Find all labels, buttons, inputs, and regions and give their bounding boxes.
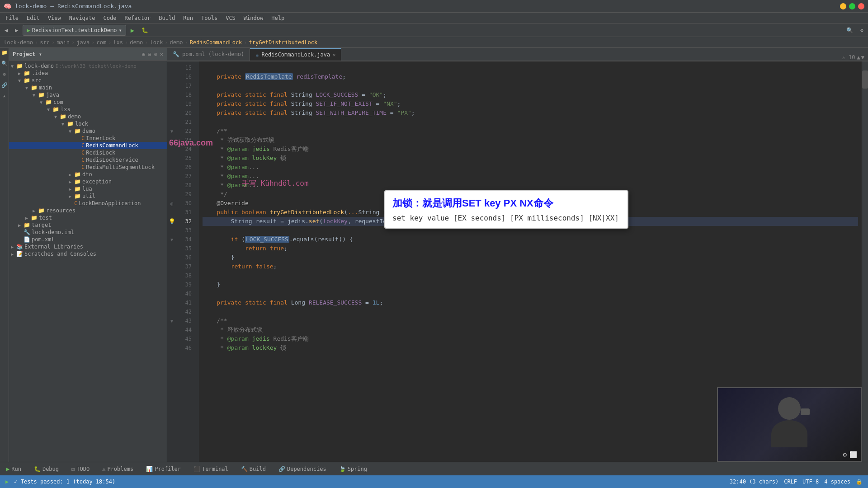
status-position[interactable]: 32:40 (3 chars) <box>730 479 778 485</box>
debug-button[interactable]: 🐛 <box>139 25 151 36</box>
search-everywhere-button[interactable]: 🔍 <box>844 25 856 36</box>
tree-item-java[interactable]: ▼ 📁 java <box>9 91 167 99</box>
menu-refactor[interactable]: Refactor <box>121 14 154 22</box>
menu-view[interactable]: View <box>44 14 65 22</box>
tree-item-target[interactable]: ▶ 📁 target <box>9 221 167 229</box>
left-icon-3[interactable]: ⚙ <box>1 71 8 79</box>
menu-window[interactable]: Window <box>240 14 267 22</box>
spring-toolbar-btn[interactable]: 🍃 Spring <box>336 465 370 473</box>
linenum-23: 23 <box>176 136 195 145</box>
breadcrumb-lxs[interactable]: lxs <box>113 39 123 46</box>
menu-file[interactable]: File <box>2 14 22 22</box>
breadcrumb-demo2[interactable]: demo <box>170 39 183 46</box>
fold-icon-22[interactable]: ▼ <box>170 129 173 134</box>
video-settings-icon[interactable]: ⚙ <box>843 451 847 458</box>
tree-item-resources[interactable]: ▶ 📁 resources <box>9 207 167 214</box>
settings-button[interactable]: ⚙ <box>858 25 866 36</box>
tree-item-idea[interactable]: ▶ 📁 .idea <box>9 70 167 77</box>
errors-nav-up[interactable]: ▲ <box>857 54 860 61</box>
panel-collapse-icon[interactable]: ⊟ <box>148 51 151 57</box>
tree-item-redislockservice[interactable]: C RedisLockService <box>9 156 167 164</box>
maximize-button[interactable] <box>849 3 855 9</box>
menu-vcs[interactable]: VCS <box>222 14 239 22</box>
tree-item-util[interactable]: ▶ 📁 util <box>9 192 167 200</box>
breadcrumb-class[interactable]: RedisCommandLock <box>190 39 242 46</box>
breadcrumb-lock[interactable]: lock <box>150 39 163 46</box>
tree-item-scratches[interactable]: ▶ 📝 Scratches and Consoles <box>9 250 167 258</box>
todo-toolbar-btn[interactable]: ☑ TODO <box>69 465 92 473</box>
terminal-toolbar-btn[interactable]: ⬛ Terminal <box>191 465 231 473</box>
tab-rediscommandlock[interactable]: ☕ RedisCommandLock.java ✕ <box>250 48 341 61</box>
minimize-button[interactable] <box>840 3 846 9</box>
tree-item-com[interactable]: ▼ 📁 com <box>9 99 167 106</box>
menu-code[interactable]: Code <box>100 14 120 22</box>
tree-item-redislock[interactable]: C RedisLock <box>9 149 167 156</box>
close-button[interactable] <box>858 3 864 9</box>
tree-item-multisegment[interactable]: C RedisMultiSegmentLock <box>9 164 167 171</box>
panel-close-icon[interactable]: ✕ <box>160 51 163 57</box>
status-charset[interactable]: UTF-8 <box>802 479 819 485</box>
left-icon-1[interactable]: 📁 <box>1 50 8 57</box>
tooltip-subtitle: set key value [EX seconds] [PX milliseco… <box>392 214 620 222</box>
left-icon-2[interactable]: 🔍 <box>1 61 8 68</box>
panel-settings-icon[interactable]: ⚙ <box>154 51 157 57</box>
forward-button[interactable]: ▶ <box>12 25 21 36</box>
menu-run[interactable]: Run <box>179 14 197 22</box>
build-toolbar-btn[interactable]: 🔨 Build <box>238 465 269 473</box>
tree-item-demo-inner[interactable]: ▼ 📁 demo <box>9 127 167 135</box>
right-scrollbar[interactable] <box>862 61 868 462</box>
linenum-41: 41 <box>176 298 195 307</box>
errors-nav-down[interactable]: ▼ <box>861 54 864 61</box>
tree-item-test[interactable]: ▶ 📁 test <box>9 214 167 221</box>
breadcrumb-main[interactable]: main <box>57 39 70 46</box>
tree-item-pom[interactable]: 📄 pom.xml <box>9 236 167 243</box>
breadcrumb-src[interactable]: src <box>40 39 50 46</box>
menu-navigate[interactable]: Navigate <box>66 14 99 22</box>
video-expand-icon[interactable]: ⬜ <box>849 451 857 458</box>
scrollbar-thumb[interactable] <box>862 70 868 89</box>
tree-item-src[interactable]: ▼ 📁 src <box>9 77 167 84</box>
tree-item-exception[interactable]: ▶ 📁 exception <box>9 178 167 185</box>
fold-icon-34[interactable]: ▼ <box>170 237 173 242</box>
breadcrumb-com[interactable]: com <box>96 39 106 46</box>
menu-help[interactable]: Help <box>268 14 288 22</box>
tree-item-external-libs[interactable]: ▶ 📚 External Libraries <box>9 243 167 250</box>
tree-item-dto[interactable]: ▶ 📁 dto <box>9 171 167 178</box>
dependencies-toolbar-btn[interactable]: 🔗 Dependencies <box>276 465 329 473</box>
tab-close-icon[interactable]: ✕ <box>333 52 335 57</box>
tab-pom[interactable]: 🔧 pom.xml (lock-demo) <box>167 48 250 61</box>
tree-item-demo-folder[interactable]: ▼ 📁 demo <box>9 113 167 120</box>
back-button[interactable]: ◀ <box>2 25 10 36</box>
status-indent[interactable]: 4 spaces <box>824 479 850 485</box>
fold-icon-30[interactable]: @ <box>170 201 173 206</box>
run-config-selector[interactable]: ▶ RedissionTest.testLockDemo ▾ <box>23 25 126 36</box>
breadcrumb-demo[interactable]: demo <box>130 39 143 46</box>
tree-item-lock[interactable]: ▼ 📁 lock <box>9 120 167 127</box>
left-icon-5[interactable]: ★ <box>1 93 8 100</box>
tree-item-main[interactable]: ▼ 📁 main <box>9 84 167 91</box>
left-icon-4[interactable]: 🔗 <box>1 82 8 89</box>
run-toolbar-btn[interactable]: ▶ Run <box>4 465 24 473</box>
problems-toolbar-btn[interactable]: ⚠ Problems <box>99 465 136 473</box>
menu-edit[interactable]: Edit <box>23 14 43 22</box>
menu-build[interactable]: Build <box>155 14 179 22</box>
bulb-icon[interactable]: 💡 <box>169 218 175 225</box>
debug-toolbar-btn[interactable]: 🐛 Debug <box>31 465 61 473</box>
breadcrumb-project[interactable]: lock-demo <box>4 39 33 46</box>
tree-item-root[interactable]: ▼ 📁 lock-demo D:\work\33_ticket\lock-dem… <box>9 62 167 70</box>
gutter-42 <box>167 307 176 316</box>
tree-item-lua[interactable]: ▶ 📁 lua <box>9 185 167 192</box>
profiler-toolbar-btn[interactable]: 📊 Profiler <box>143 465 184 473</box>
tree-item-innerlock[interactable]: C InnerLock <box>9 135 167 142</box>
fold-icon-43[interactable]: ▼ <box>170 319 173 324</box>
breadcrumb-method[interactable]: tryGetDistributedLock <box>249 39 318 46</box>
panel-expand-icon[interactable]: ⊞ <box>142 51 145 57</box>
tree-item-rediscommandlock[interactable]: C RedisCommandLock <box>9 142 167 149</box>
tree-item-lockdemo-app[interactable]: C LockDemoApplication <box>9 200 167 207</box>
menu-tools[interactable]: Tools <box>198 14 221 22</box>
tree-item-lxs[interactable]: ▼ 📁 lxs <box>9 106 167 113</box>
run-button[interactable]: ▶ <box>128 25 137 36</box>
tree-item-iml[interactable]: 🔧 lock-demo.iml <box>9 229 167 236</box>
status-crlf[interactable]: CRLF <box>784 479 797 485</box>
breadcrumb-java[interactable]: java <box>76 39 90 46</box>
